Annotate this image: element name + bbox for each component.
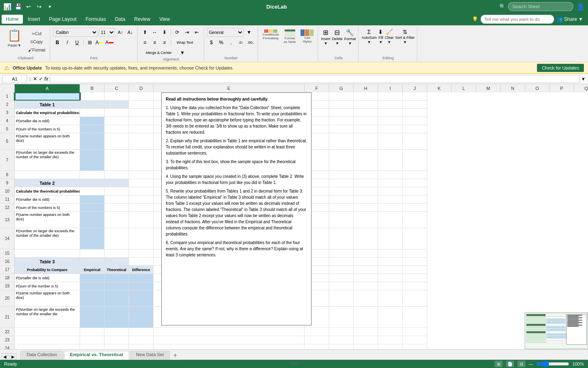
cell-c20[interactable]	[105, 290, 129, 307]
cell-b14[interactable]	[80, 228, 105, 249]
cell-c3[interactable]	[105, 109, 129, 117]
cell-j14[interactable]	[403, 228, 427, 249]
cell-b20[interactable]	[80, 290, 105, 307]
expand-formula-icon[interactable]: ▼	[581, 76, 586, 81]
cell-d3[interactable]	[129, 109, 154, 117]
cell-i5[interactable]	[378, 125, 403, 133]
row-num-1[interactable]: 1	[0, 92, 15, 101]
cell-c12[interactable]	[105, 204, 129, 212]
row-num-7[interactable]: 7	[0, 150, 15, 171]
outdent-button[interactable]: ⇤	[192, 28, 201, 37]
cell-j10[interactable]	[403, 187, 427, 195]
cell-h4[interactable]	[354, 117, 378, 125]
cell-g9[interactable]	[329, 179, 354, 187]
cell-H23[interactable]	[354, 336, 378, 344]
cell-j18[interactable]	[403, 274, 427, 282]
cell-g8[interactable]	[329, 171, 354, 179]
cell-d18[interactable]	[129, 274, 154, 282]
cell-h5[interactable]	[354, 125, 378, 133]
border-button[interactable]: ⊞	[85, 38, 94, 47]
cell-j19[interactable]	[403, 282, 427, 290]
sheet-tab-empirical[interactable]: Empirical vs. Theoretical	[64, 351, 129, 360]
row-num-22[interactable]: 22	[0, 328, 15, 336]
row-num-9[interactable]: 9	[0, 179, 15, 187]
cell-g6[interactable]	[329, 133, 354, 150]
cell-b18[interactable]	[80, 274, 105, 282]
cell-J24[interactable]	[403, 344, 427, 349]
cell-j1[interactable]	[403, 92, 427, 101]
cell-a12[interactable]: P(sum of the numbers is 5)	[15, 204, 80, 212]
cell-g10[interactable]	[329, 187, 354, 195]
cell-h17[interactable]	[354, 266, 378, 274]
cell-i21[interactable]	[378, 307, 403, 328]
cell-d4[interactable]	[129, 117, 154, 125]
cell-j6[interactable]	[403, 133, 427, 150]
cell-b4[interactable]	[80, 117, 105, 125]
col-header-f[interactable]: F	[305, 84, 329, 92]
cell-g5[interactable]	[329, 125, 354, 133]
sheet-tab-new-data[interactable]: New Data Set	[130, 351, 170, 360]
currency-button[interactable]: $	[207, 38, 216, 47]
cell-a17[interactable]: Probability to Compare	[15, 266, 80, 274]
cell-a19[interactable]: P(sum of the number is 5)	[15, 282, 80, 290]
cell-b6[interactable]	[80, 133, 105, 150]
cell-g18[interactable]	[329, 274, 354, 282]
fill-button[interactable]: ⬇ Fill ▼	[378, 29, 383, 44]
col-header-k[interactable]: K	[427, 84, 452, 92]
row-num-10[interactable]: 10	[0, 187, 15, 195]
cell-h8[interactable]	[354, 171, 378, 179]
cell-i13[interactable]	[378, 212, 403, 228]
cell-a15[interactable]	[15, 249, 80, 258]
cell-i4[interactable]	[378, 117, 403, 125]
save-button[interactable]: 💾	[14, 2, 22, 11]
tab-left-button[interactable]: ◀	[2, 353, 8, 360]
customize-qat-button[interactable]: ▼	[46, 2, 54, 11]
clear-button[interactable]: 🧹 Clear ▼	[385, 29, 394, 44]
share-button[interactable]: 👥 Share ▼	[557, 16, 583, 22]
row-num-4[interactable]: 4	[0, 117, 15, 125]
col-header-e[interactable]: E	[154, 84, 305, 92]
cell-c2[interactable]	[105, 101, 129, 109]
format-button[interactable]: 🔧 Format ▼	[344, 29, 356, 45]
align-right-button[interactable]: ≡	[160, 38, 169, 47]
cell-a10[interactable]: Calculate the theoretical probabilites:	[15, 187, 80, 195]
cell-a6[interactable]: P(same number appears on both dice)	[15, 133, 80, 150]
cell-a13[interactable]: P(same number appears on both dice)	[15, 212, 80, 228]
cell-D23[interactable]	[129, 336, 154, 344]
row-num-20[interactable]: 20	[0, 290, 15, 307]
cell-c1[interactable]	[105, 92, 129, 101]
col-header-h[interactable]: H	[354, 84, 378, 92]
cell-h3[interactable]	[354, 109, 378, 117]
cell-b1[interactable]	[80, 92, 105, 101]
cell-i9[interactable]	[378, 179, 403, 187]
cell-a3[interactable]: Calculate the empirical probabilities:	[15, 109, 80, 117]
cell-c6[interactable]	[105, 133, 129, 150]
cell-d14[interactable]	[129, 228, 154, 249]
cell-a11[interactable]: P(smaller die is odd)	[15, 195, 80, 204]
format-as-table-button[interactable]: Formatas Table	[282, 29, 298, 45]
row-num-18[interactable]: 18	[0, 274, 15, 282]
cell-h20[interactable]	[354, 290, 378, 307]
undo-button[interactable]: ↩	[24, 2, 33, 11]
cell-d5[interactable]	[129, 125, 154, 133]
col-header-o[interactable]: O	[525, 84, 550, 92]
cell-A24[interactable]	[15, 344, 80, 349]
cell-i3[interactable]	[378, 109, 403, 117]
cell-b11[interactable]	[80, 195, 105, 204]
col-header-m[interactable]: M	[476, 84, 501, 92]
cell-h13[interactable]	[354, 212, 378, 228]
cell-g19[interactable]	[329, 282, 354, 290]
cell-g20[interactable]	[329, 290, 354, 307]
cell-a14[interactable]: P(number on larger die exceeds the numbe…	[15, 228, 80, 249]
col-header-l[interactable]: L	[452, 84, 476, 92]
row-num-17[interactable]: 17	[0, 266, 15, 274]
copy-button[interactable]: ⎘ Copy	[26, 38, 47, 46]
cell-d13[interactable]	[129, 212, 154, 228]
cell-j9[interactable]	[403, 179, 427, 187]
cell-d1[interactable]	[129, 92, 154, 101]
cell-g14[interactable]	[329, 228, 354, 249]
cell-b15[interactable]	[80, 249, 105, 258]
row-num-14[interactable]: 14	[0, 228, 15, 249]
cell-reference-input[interactable]	[2, 75, 27, 83]
cell-E23[interactable]	[154, 336, 305, 344]
